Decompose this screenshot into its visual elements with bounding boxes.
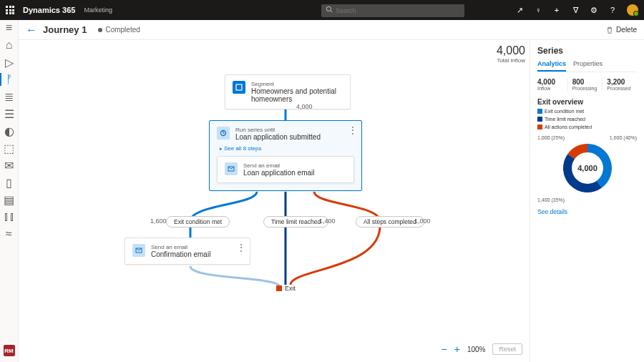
exit-label: Exit <box>285 285 296 292</box>
series-sublabel: Run series until <box>235 127 321 133</box>
stat-processed-value: 3,200 <box>607 78 637 86</box>
status-dot-icon <box>98 28 102 32</box>
legend-swatch-all <box>537 124 542 129</box>
user-avatar[interactable] <box>627 4 638 16</box>
play-icon[interactable]: ▷ <box>4 57 14 67</box>
svg-line-1 <box>331 11 333 13</box>
share-icon[interactable]: ↗ <box>515 6 524 14</box>
stat-processed: 3,200 Processed <box>607 78 637 91</box>
email-icon <box>225 162 238 175</box>
node-more-icon[interactable]: ⋮ <box>348 125 357 135</box>
segment-label: Homeowners and potential homeowners <box>251 87 343 103</box>
see-all-steps-link[interactable]: See all 8 steps <box>210 144 361 156</box>
app-launcher-icon[interactable] <box>6 6 14 14</box>
zoom-reset-button[interactable]: Reset <box>492 343 522 355</box>
stat-inflow-value: 4,000 <box>537 78 567 86</box>
delete-icon <box>606 26 613 34</box>
confirm-label: Confirmation email <box>151 250 210 258</box>
stats-row: 4,000 Inflow 800 Processing 3,200 Proces… <box>537 78 637 91</box>
exit-node[interactable]: Exit <box>276 285 296 292</box>
donut-label-bl: 1,400 (35%) <box>537 197 565 202</box>
donut-label-tr: 1,600 (40%) <box>610 135 637 140</box>
command-bar: ← Journey 1 Completed Delete <box>19 20 644 40</box>
journey-status: Completed <box>105 26 140 34</box>
exit-icon <box>276 285 282 291</box>
panel-title: Series <box>537 46 637 56</box>
stat-inflow-label: Inflow <box>537 86 567 91</box>
add-icon[interactable]: + <box>552 6 561 14</box>
insights-icon[interactable]: ≈ <box>4 229 14 239</box>
child-label: Loan application email <box>243 169 315 177</box>
rail-bottom: RM <box>4 345 15 356</box>
filter-icon[interactable]: ∇ <box>571 6 580 14</box>
series-icon <box>217 127 230 140</box>
child-sublabel: Send an email <box>243 162 315 169</box>
chart-legend: Exit condition met Time limit reached Al… <box>537 109 637 129</box>
donut-center-value: 4,000 <box>577 164 597 172</box>
lightbulb-icon[interactable]: ♀ <box>534 6 542 14</box>
legend-exit: Exit condition met <box>545 109 584 114</box>
analytics-icon[interactable]: ⫿⫿ <box>4 212 14 222</box>
stat-processing: 800 Processing <box>572 78 603 91</box>
node-more-icon[interactable]: ⋮ <box>237 243 245 253</box>
page-icon[interactable]: ▯ <box>4 177 14 187</box>
svg-rect-3 <box>236 84 242 90</box>
branch-left-count: 1,600 <box>150 217 167 225</box>
zoom-in-button[interactable]: + <box>454 343 460 355</box>
donut-label-tl: 1,000 (25%) <box>537 135 565 140</box>
zoom-controls: − + 100% Reset <box>441 343 522 355</box>
node-series[interactable]: Run series until Loan application submit… <box>209 120 362 191</box>
mail-icon[interactable]: ✉ <box>4 160 14 170</box>
total-inflow-value: 4,000 <box>497 44 525 57</box>
branch-left-pill[interactable]: Exit condition met <box>166 216 230 228</box>
stat-inflow: 4,000 Inflow <box>537 78 568 91</box>
series-label: Loan application submitted <box>235 133 321 141</box>
assets-icon[interactable]: ⬚ <box>4 143 14 153</box>
stat-processing-label: Processing <box>572 86 602 91</box>
hamburger-icon[interactable]: ≡ <box>4 23 14 33</box>
properties-panel: Series Analytics Properties 4,000 Inflow… <box>530 40 644 362</box>
brand-name: Dynamics 365 <box>23 6 75 14</box>
email-icon <box>132 244 145 257</box>
back-button[interactable]: ← <box>26 24 37 36</box>
branch-mid-count: 1,400 <box>319 217 336 225</box>
journey-icon[interactable]: ᚠ <box>4 74 14 84</box>
node-segment[interactable]: Segment Homeowners and potential homeown… <box>225 74 351 109</box>
left-nav-rail: ≡ ⌂ ▷ ᚠ ≣ ☰ ◐ ⬚ ✉ ▯ ▤ ⫿⫿ ≈ RM <box>0 20 19 362</box>
segment-icon <box>233 81 245 94</box>
see-details-link[interactable]: See details <box>537 208 567 215</box>
svg-point-0 <box>326 6 331 11</box>
legend-swatch-time <box>537 117 542 122</box>
tab-properties[interactable]: Properties <box>573 60 602 72</box>
search-wrapper <box>321 3 464 17</box>
tab-analytics[interactable]: Analytics <box>537 60 566 72</box>
segments-icon[interactable]: ≣ <box>4 92 14 102</box>
area-switcher[interactable]: RM <box>4 345 15 356</box>
total-inflow: 4,000 Total inflow <box>497 44 525 64</box>
page-title: Journey 1 <box>43 24 87 35</box>
panel-tabs: Analytics Properties <box>537 60 637 72</box>
delete-button[interactable]: Delete <box>606 26 637 34</box>
legend-all: All actions completed <box>545 124 592 129</box>
settings-icon[interactable]: ⚙ <box>590 6 598 14</box>
home-icon[interactable]: ⌂ <box>4 40 14 50</box>
search-icon <box>326 6 333 13</box>
segment-sublabel: Segment <box>251 81 343 87</box>
contacts-icon[interactable]: ☰ <box>4 109 14 119</box>
header-actions: ↗ ♀ + ∇ ⚙ ? <box>515 4 638 16</box>
stat-processed-label: Processed <box>607 86 637 91</box>
global-header: Dynamics 365 Marketing ↗ ♀ + ∇ ⚙ ? <box>0 0 644 20</box>
journey-canvas[interactable]: 4,000 Total inflow Segment Homeowners an… <box>19 40 530 362</box>
channel-icon[interactable]: ◐ <box>4 126 14 136</box>
search-input[interactable] <box>321 4 464 17</box>
zoom-level: 100% <box>467 346 486 353</box>
node-series-child[interactable]: Send an email Loan application email <box>217 156 354 183</box>
zoom-out-button[interactable]: − <box>441 343 447 355</box>
help-icon[interactable]: ? <box>608 6 617 14</box>
legend-time: Time limit reached <box>545 117 585 122</box>
form-icon[interactable]: ▤ <box>4 195 14 205</box>
overview-title: Exit overview <box>537 98 637 106</box>
app-name: Marketing <box>84 6 112 14</box>
confirm-sublabel: Send an email <box>151 244 210 250</box>
node-confirmation[interactable]: Send an email Confirmation email ⋮ <box>125 238 250 265</box>
